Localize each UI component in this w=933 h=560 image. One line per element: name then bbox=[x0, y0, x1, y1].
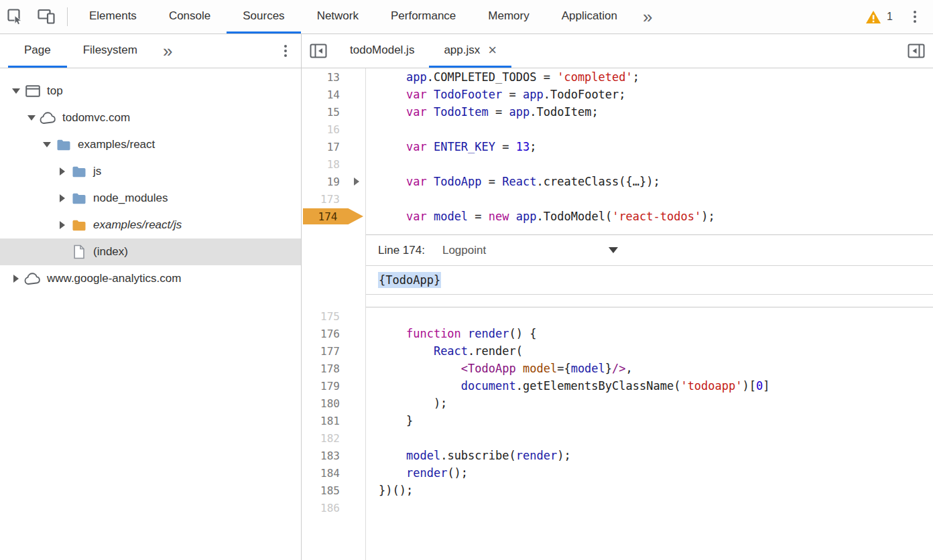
line-number-15[interactable]: 15 bbox=[302, 103, 366, 121]
line-number-179[interactable]: 179 bbox=[302, 377, 366, 395]
code-text[interactable]: var model = new app.TodoModel('react-tod… bbox=[366, 208, 933, 225]
issues-warning-button[interactable]: 1 bbox=[859, 0, 899, 33]
line-number-19[interactable]: 19 bbox=[302, 173, 366, 190]
code-text[interactable]: <TodoApp model={model}/>, bbox=[366, 360, 933, 377]
more-navigator-tabs-chevron[interactable]: » bbox=[153, 34, 182, 68]
tree-item-js[interactable]: js bbox=[0, 158, 301, 185]
code-text[interactable]: render(); bbox=[366, 464, 933, 482]
code-text[interactable] bbox=[366, 429, 933, 447]
line-number-176[interactable]: 176 bbox=[302, 325, 366, 342]
logpoint-editor: Line 174: Logpoint {TodoApp} bbox=[366, 234, 933, 307]
editor-tab-app-jsx[interactable]: app.jsx× bbox=[429, 34, 511, 68]
logpoint-badge[interactable]: 174 bbox=[303, 208, 363, 224]
line-number-183[interactable]: 183 bbox=[302, 447, 366, 464]
navigator-menu-button[interactable] bbox=[270, 34, 301, 68]
code-line-179: 179 document.getElementsByClassName('tod… bbox=[302, 377, 933, 395]
tree-item-examples-react-js[interactable]: examples/react/js bbox=[0, 212, 301, 238]
device-toolbar-button[interactable] bbox=[31, 0, 62, 33]
tab-memory[interactable]: Memory bbox=[472, 0, 545, 33]
line-number-177[interactable]: 177 bbox=[302, 342, 366, 360]
line-number-14[interactable]: 14 bbox=[302, 86, 366, 103]
tree-item-label: todomvc.com bbox=[62, 111, 130, 125]
line-number-182[interactable]: 182 bbox=[302, 429, 366, 447]
more-panels-chevron[interactable]: » bbox=[633, 0, 662, 33]
code-text[interactable] bbox=[366, 499, 933, 516]
code-line-180: 180 ); bbox=[302, 395, 933, 412]
line-number-13[interactable]: 13 bbox=[302, 68, 366, 86]
code-line-181: 181 } bbox=[302, 412, 933, 429]
code-text[interactable] bbox=[366, 155, 933, 173]
code-text[interactable]: app.COMPLETED_TODOS = 'completed'; bbox=[366, 68, 933, 86]
code-text[interactable]: var ENTER_KEY = 13; bbox=[366, 138, 933, 155]
line-number-16[interactable]: 16 bbox=[302, 121, 366, 138]
code-text[interactable]: var TodoApp = React.createClass({…}); bbox=[366, 173, 933, 190]
inspect-icon bbox=[6, 7, 25, 26]
disclosure-down-icon[interactable] bbox=[40, 142, 54, 147]
tab-sources[interactable]: Sources bbox=[227, 0, 300, 33]
line-number-17[interactable]: 17 bbox=[302, 138, 366, 155]
tab-application[interactable]: Application bbox=[546, 0, 633, 33]
code-line-182: 182 bbox=[302, 429, 933, 447]
code-text[interactable] bbox=[366, 307, 933, 325]
code-text[interactable] bbox=[366, 190, 933, 208]
tree-item-examples-react[interactable]: examples/react bbox=[0, 131, 301, 158]
code-text[interactable] bbox=[366, 121, 933, 138]
editor-filler bbox=[302, 516, 933, 560]
tab-network[interactable]: Network bbox=[301, 0, 375, 33]
sidebar-tab-filesystem[interactable]: Filesystem bbox=[67, 34, 153, 68]
line-number-173[interactable]: 173 bbox=[302, 190, 366, 208]
fold-marker-icon[interactable] bbox=[354, 178, 359, 186]
tree-item-label: examples/react bbox=[78, 138, 155, 151]
code-text[interactable]: document.getElementsByClassName('todoapp… bbox=[366, 377, 933, 395]
line-number-180[interactable]: 180 bbox=[302, 395, 366, 412]
tree-item-label: js bbox=[93, 165, 101, 178]
breakpoint-type-select[interactable]: Logpoint bbox=[442, 244, 618, 257]
code-text[interactable]: var TodoFooter = app.TodoFooter; bbox=[366, 86, 933, 103]
tab-performance[interactable]: Performance bbox=[375, 0, 472, 33]
tree-item-top[interactable]: top bbox=[0, 78, 301, 104]
tab-console[interactable]: Console bbox=[153, 0, 227, 33]
editor-tab-todomodel-js[interactable]: todoModel.js bbox=[335, 34, 429, 68]
line-number-181[interactable]: 181 bbox=[302, 412, 366, 429]
tab-elements[interactable]: Elements bbox=[73, 0, 153, 33]
disclosure-right-icon[interactable] bbox=[56, 194, 69, 202]
inspect-element-button[interactable] bbox=[0, 0, 31, 33]
line-number-174[interactable]: 174 bbox=[302, 208, 366, 225]
disclosure-right-icon[interactable] bbox=[9, 275, 23, 283]
tree-item-www-google-analytics-com[interactable]: www.google-analytics.com bbox=[0, 265, 301, 292]
logpoint-expression-input[interactable]: {TodoApp} bbox=[366, 265, 933, 295]
line-number-184[interactable]: 184 bbox=[302, 464, 366, 482]
code-text[interactable]: } bbox=[366, 412, 933, 429]
tree-item-node-modules[interactable]: node_modules bbox=[0, 185, 301, 212]
editor-tab-label: todoModel.js bbox=[350, 44, 414, 57]
code-line-19: 19 var TodoApp = React.createClass({…}); bbox=[302, 173, 933, 190]
toggle-debugger-sidebar-button[interactable] bbox=[899, 34, 933, 68]
code-line-184: 184 render(); bbox=[302, 464, 933, 482]
disclosure-right-icon[interactable] bbox=[56, 221, 69, 229]
line-number-18[interactable]: 18 bbox=[302, 155, 366, 173]
code-text[interactable]: function render() { bbox=[366, 325, 933, 342]
line-number-185[interactable]: 185 bbox=[302, 482, 366, 499]
code-text[interactable]: var TodoItem = app.TodoItem; bbox=[366, 103, 933, 121]
code-text[interactable]: React.render( bbox=[366, 342, 933, 360]
gutter-spacer bbox=[302, 516, 366, 560]
tree-item-todomvc-com[interactable]: todomvc.com bbox=[0, 104, 301, 131]
line-number-175[interactable]: 175 bbox=[302, 307, 366, 325]
devtools-menu-button[interactable] bbox=[899, 0, 930, 33]
sidebar-tab-page[interactable]: Page bbox=[8, 34, 67, 68]
code-text[interactable]: })(); bbox=[366, 482, 933, 499]
code-line-185: 185})(); bbox=[302, 482, 933, 499]
code-text[interactable]: ); bbox=[366, 395, 933, 412]
line-number-178[interactable]: 178 bbox=[302, 360, 366, 377]
toggle-navigator-button[interactable] bbox=[302, 34, 335, 68]
disclosure-right-icon[interactable] bbox=[56, 167, 69, 176]
device-toolbar-icon bbox=[37, 8, 56, 25]
disclosure-down-icon[interactable] bbox=[9, 88, 23, 94]
tree-item-index[interactable]: (index) bbox=[0, 238, 301, 265]
code-text[interactable]: model.subscribe(render); bbox=[366, 447, 933, 464]
code-empty-area[interactable] bbox=[366, 516, 933, 560]
close-icon[interactable]: × bbox=[488, 43, 497, 58]
disclosure-down-icon[interactable] bbox=[25, 115, 38, 121]
line-number-186[interactable]: 186 bbox=[302, 499, 366, 516]
source-editor: 13 app.COMPLETED_TODOS = 'completed';14 … bbox=[302, 68, 933, 560]
